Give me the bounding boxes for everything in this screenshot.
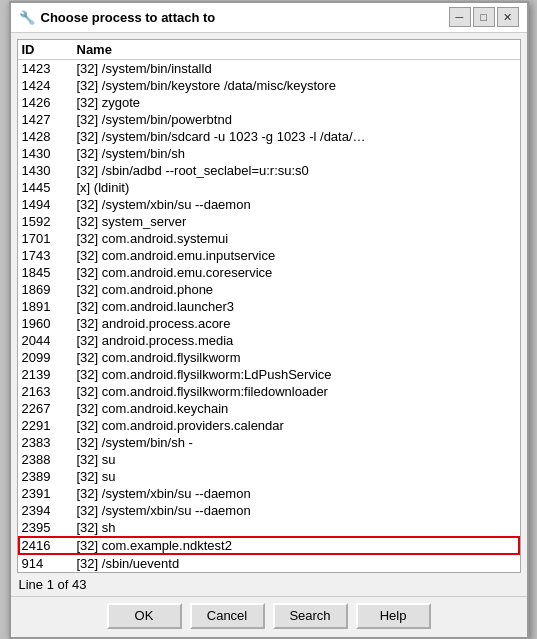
table-row[interactable]: 1743[32] com.android.emu.inputservice [18, 247, 520, 264]
ok-button[interactable]: OK [107, 603, 182, 629]
row-id: 2163 [22, 384, 77, 399]
row-name: [32] /system/bin/installd [77, 61, 516, 76]
row-name: [32] com.example.ndktest2 [77, 538, 516, 553]
row-id: 2395 [22, 520, 77, 535]
row-name: [32] /system/xbin/su --daemon [77, 486, 516, 501]
status-bar: Line 1 of 43 [11, 573, 527, 596]
row-name: [32] /system/bin/keystore /data/misc/key… [77, 78, 516, 93]
row-name: [32] /system/bin/sdcard -u 1023 -g 1023 … [77, 129, 516, 144]
table-row[interactable]: 2395[32] sh [18, 519, 520, 536]
row-name: [32] com.android.emu.coreservice [77, 265, 516, 280]
row-id: 1845 [22, 265, 77, 280]
table-row[interactable]: 2139[32] com.android.flysilkworm:LdPushS… [18, 366, 520, 383]
row-name: [32] system_server [77, 214, 516, 229]
row-id: 1869 [22, 282, 77, 297]
row-id: 1426 [22, 95, 77, 110]
row-name: [32] /system/xbin/su --daemon [77, 197, 516, 212]
table-row[interactable]: 914[32] /sbin/ueventd [18, 555, 520, 572]
row-id: 1891 [22, 299, 77, 314]
row-id: 1427 [22, 112, 77, 127]
table-row[interactable]: 1960[32] android.process.acore [18, 315, 520, 332]
row-id: 2139 [22, 367, 77, 382]
table-row[interactable]: 1891[32] com.android.launcher3 [18, 298, 520, 315]
table-row[interactable]: 2267[32] com.android.keychain [18, 400, 520, 417]
help-button[interactable]: Help [356, 603, 431, 629]
row-name: [32] com.android.keychain [77, 401, 516, 416]
row-id: 1743 [22, 248, 77, 263]
column-name-header: Name [77, 42, 516, 57]
row-id: 1430 [22, 163, 77, 178]
table-row[interactable]: 1445[x] (ldinit) [18, 179, 520, 196]
row-name: [32] com.android.flysilkworm:LdPushServi… [77, 367, 516, 382]
table-row[interactable]: 1845[32] com.android.emu.coreservice [18, 264, 520, 281]
row-name: [32] android.process.media [77, 333, 516, 348]
close-button[interactable]: ✕ [497, 7, 519, 27]
row-name: [32] com.android.phone [77, 282, 516, 297]
row-name: [32] /system/bin/sh [77, 146, 516, 161]
title-bar-controls: ─ □ ✕ [449, 7, 519, 27]
table-row[interactable]: 2388[32] su [18, 451, 520, 468]
table-row[interactable]: 2391[32] /system/xbin/su --daemon [18, 485, 520, 502]
row-name: [32] su [77, 452, 516, 467]
status-text: Line 1 of 43 [19, 577, 87, 592]
table-row[interactable]: 2099[32] com.android.flysilkworm [18, 349, 520, 366]
row-id: 2389 [22, 469, 77, 484]
row-name: [32] /system/bin/powerbtnd [77, 112, 516, 127]
row-name: [32] com.android.providers.calendar [77, 418, 516, 433]
row-id: 2388 [22, 452, 77, 467]
title-bar-left: 🔧 Choose process to attach to [19, 9, 216, 25]
row-id: 2291 [22, 418, 77, 433]
row-id: 2394 [22, 503, 77, 518]
row-id: 1430 [22, 146, 77, 161]
table-row[interactable]: 1592[32] system_server [18, 213, 520, 230]
column-id-header: ID [22, 42, 77, 57]
table-row[interactable]: 1424[32] /system/bin/keystore /data/misc… [18, 77, 520, 94]
table-row[interactable]: 1423[32] /system/bin/installd [18, 60, 520, 77]
row-id: 1701 [22, 231, 77, 246]
row-id: 914 [22, 556, 77, 571]
dialog-window: 🔧 Choose process to attach to ─ □ ✕ ID N… [9, 1, 529, 639]
table-row[interactable]: 2163[32] com.android.flysilkworm:filedow… [18, 383, 520, 400]
row-id: 1445 [22, 180, 77, 195]
row-id: 2383 [22, 435, 77, 450]
list-header: ID Name [18, 40, 520, 60]
process-list-body[interactable]: 1423[32] /system/bin/installd1424[32] /s… [18, 60, 520, 572]
row-name: [32] com.android.emu.inputservice [77, 248, 516, 263]
row-id: 1424 [22, 78, 77, 93]
row-name: [32] /sbin/adbd --root_seclabel=u:r:su:s… [77, 163, 516, 178]
row-id: 1423 [22, 61, 77, 76]
table-row[interactable]: 1427[32] /system/bin/powerbtnd [18, 111, 520, 128]
table-row[interactable]: 1869[32] com.android.phone [18, 281, 520, 298]
row-name: [x] (ldinit) [77, 180, 516, 195]
table-row[interactable]: 2291[32] com.android.providers.calendar [18, 417, 520, 434]
row-name: [32] com.android.launcher3 [77, 299, 516, 314]
table-row[interactable]: 1701[32] com.android.systemui [18, 230, 520, 247]
search-button[interactable]: Search [273, 603, 348, 629]
table-row[interactable]: 2394[32] /system/xbin/su --daemon [18, 502, 520, 519]
row-name: [32] /system/xbin/su --daemon [77, 503, 516, 518]
row-id: 2267 [22, 401, 77, 416]
table-row[interactable]: 2044[32] android.process.media [18, 332, 520, 349]
table-row[interactable]: 1430[32] /system/bin/sh [18, 145, 520, 162]
row-id: 2416 [22, 538, 77, 553]
minimize-button[interactable]: ─ [449, 7, 471, 27]
row-name: [32] com.android.systemui [77, 231, 516, 246]
dialog-title: Choose process to attach to [41, 10, 216, 25]
table-row[interactable]: 1426[32] zygote [18, 94, 520, 111]
maximize-button[interactable]: □ [473, 7, 495, 27]
table-row[interactable]: 1428[32] /system/bin/sdcard -u 1023 -g 1… [18, 128, 520, 145]
process-list-container: ID Name 1423[32] /system/bin/installd142… [17, 39, 521, 573]
button-bar: OK Cancel Search Help [11, 596, 527, 637]
table-row[interactable]: 2416[32] com.example.ndktest2 [18, 536, 520, 555]
row-name: [32] com.android.flysilkworm [77, 350, 516, 365]
table-row[interactable]: 1430[32] /sbin/adbd --root_seclabel=u:r:… [18, 162, 520, 179]
row-name: [32] com.android.flysilkworm:filedownloa… [77, 384, 516, 399]
table-row[interactable]: 2383[32] /system/bin/sh - [18, 434, 520, 451]
row-name: [32] zygote [77, 95, 516, 110]
row-id: 2044 [22, 333, 77, 348]
cancel-button[interactable]: Cancel [190, 603, 265, 629]
table-row[interactable]: 1494[32] /system/xbin/su --daemon [18, 196, 520, 213]
row-id: 1960 [22, 316, 77, 331]
table-row[interactable]: 2389[32] su [18, 468, 520, 485]
row-id: 1494 [22, 197, 77, 212]
